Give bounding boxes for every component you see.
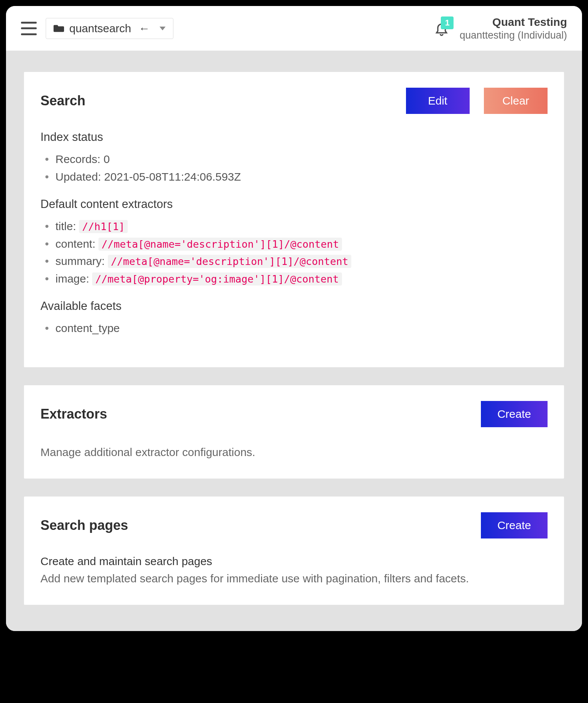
list-item: content_type (55, 320, 548, 337)
account-label: quanttesting (Individual) (460, 29, 567, 42)
default-extractors-heading: Default content extractors (40, 197, 548, 211)
clear-button[interactable]: Clear (484, 88, 548, 114)
chevron-down-icon (160, 27, 166, 30)
default-extractors-list: title: //h1[1] content: //meta[@name='de… (40, 218, 548, 287)
available-facets-list: content_type (40, 320, 548, 337)
menu-icon[interactable] (21, 22, 37, 35)
index-status-list: Records: 0 Updated: 2021-05-08T11:24:06.… (40, 151, 548, 185)
project-name: quantsearch (69, 22, 131, 35)
org-name: Quant Testing (460, 15, 567, 29)
notification-badge: 1 (441, 16, 454, 29)
create-extractor-button[interactable]: Create (481, 401, 548, 427)
app-window: quantsearch ← 1 Quant Testing quanttesti… (0, 0, 588, 637)
extractors-card-title: Extractors (40, 406, 107, 422)
search-pages-subtitle: Create and maintain search pages (40, 555, 548, 568)
list-item: content: //meta[@name='description'][1]/… (55, 235, 548, 253)
xpath-code: //meta[@property='og:image'][1]/@content (92, 272, 342, 286)
notifications-button[interactable]: 1 (434, 21, 449, 36)
search-pages-description: Add new templated search pages for immed… (40, 570, 548, 587)
extractors-description: Manage additional extractor configuratio… (40, 444, 548, 461)
arrow-left-icon: ← (139, 22, 150, 35)
topbar: quantsearch ← 1 Quant Testing quanttesti… (6, 6, 582, 51)
search-pages-card: Search pages Create Create and maintain … (24, 497, 564, 605)
extractors-card: Extractors Create Manage additional extr… (24, 385, 564, 479)
account-info[interactable]: Quant Testing quanttesting (Individual) (460, 15, 567, 42)
project-selector[interactable]: quantsearch ← (46, 18, 173, 39)
search-card: Search Edit Clear Index status Records: … (24, 72, 564, 367)
xpath-code: //meta[@name='description'][1]/@content (98, 238, 342, 251)
create-search-page-button[interactable]: Create (481, 512, 548, 538)
xpath-code: //h1[1] (79, 220, 128, 233)
list-item: summary: //meta[@name='description'][1]/… (55, 253, 548, 270)
search-card-title: Search (40, 93, 85, 109)
list-item: Updated: 2021-05-08T11:24:06.593Z (55, 168, 548, 186)
list-item: Records: 0 (55, 151, 548, 168)
available-facets-heading: Available facets (40, 299, 548, 313)
edit-button[interactable]: Edit (406, 88, 470, 114)
search-pages-card-title: Search pages (40, 518, 128, 533)
xpath-code: //meta[@name='description'][1]/@content (108, 255, 351, 268)
folder-icon (54, 24, 64, 33)
list-item: title: //h1[1] (55, 218, 548, 235)
content-area: Search Edit Clear Index status Records: … (6, 51, 582, 631)
index-status-heading: Index status (40, 130, 548, 144)
list-item: image: //meta[@property='og:image'][1]/@… (55, 270, 548, 288)
